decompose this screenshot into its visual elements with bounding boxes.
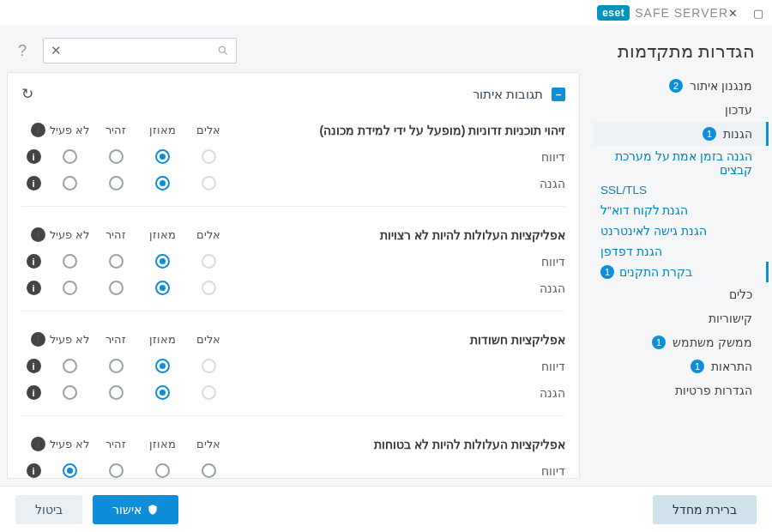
radio-off[interactable] bbox=[63, 254, 77, 269]
sidebar-item-ui[interactable]: ממשק משתמש 1 bbox=[594, 330, 769, 354]
help-icon[interactable]: ? bbox=[14, 42, 31, 59]
radio-balanced[interactable] bbox=[155, 281, 170, 295]
radio-cautious[interactable] bbox=[109, 254, 124, 269]
info-icon[interactable]: i bbox=[27, 463, 41, 478]
row-label: דיווח bbox=[232, 360, 565, 373]
search-box[interactable]: ✕ bbox=[43, 38, 237, 63]
svg-line-1 bbox=[225, 52, 227, 55]
level-header-balanced: מאוזן bbox=[140, 124, 184, 136]
radio-off[interactable] bbox=[63, 385, 77, 400]
clear-icon[interactable]: ✕ bbox=[51, 43, 62, 58]
radio-cautious[interactable] bbox=[109, 359, 124, 373]
maximize-icon[interactable]: ▢ bbox=[753, 7, 763, 20]
radio-cautious[interactable] bbox=[109, 463, 124, 478]
info-icon[interactable]: i bbox=[31, 123, 45, 137]
sidebar-item-protections[interactable]: הגנות 1 bbox=[594, 122, 769, 146]
badge: 2 bbox=[669, 79, 683, 93]
level-header-cautious: זהיר bbox=[93, 228, 138, 241]
radio-off[interactable] bbox=[63, 149, 77, 164]
sidebar-sub-ssl-tls[interactable]: SSL/TLS bbox=[594, 180, 769, 200]
close-icon[interactable]: ✕ bbox=[728, 7, 738, 20]
collapse-icon[interactable]: – bbox=[552, 88, 565, 101]
row-label: דיווח bbox=[232, 464, 565, 478]
radio-balanced[interactable] bbox=[155, 463, 170, 478]
info-icon[interactable]: i bbox=[27, 359, 41, 373]
badge: 1 bbox=[600, 265, 614, 279]
search-input[interactable] bbox=[62, 45, 217, 57]
level-header-off: לא פעיל bbox=[47, 333, 92, 346]
radio-off[interactable] bbox=[63, 359, 77, 373]
sidebar-item-privacy[interactable]: הגדרות פרטיות bbox=[594, 378, 769, 402]
svg-point-0 bbox=[219, 46, 225, 52]
reset-icon[interactable]: ↻ bbox=[21, 85, 33, 103]
setting-group: אפליקציות העלולות להיות לא בטוחותאליםמאו… bbox=[21, 415, 565, 479]
sidebar-item-tools[interactable]: כלים bbox=[594, 282, 769, 306]
sidebar-item-notifications[interactable]: התראות 1 bbox=[594, 354, 769, 378]
default-button[interactable]: ברירת מחדל bbox=[653, 495, 757, 524]
radio-balanced[interactable] bbox=[155, 254, 170, 269]
radio-aggressive[interactable] bbox=[202, 359, 216, 373]
sidebar-sub-email-client[interactable]: הגנת לקוח דוא"ל bbox=[594, 200, 769, 221]
panel-title: תגובות איתור bbox=[473, 87, 543, 102]
setting-row: דיווחi bbox=[21, 254, 565, 269]
info-icon[interactable]: i bbox=[31, 437, 45, 451]
search-row: ? ✕ bbox=[0, 26, 594, 72]
radio-aggressive[interactable] bbox=[202, 281, 216, 295]
info-icon[interactable]: i bbox=[27, 176, 41, 190]
radio-aggressive[interactable] bbox=[202, 463, 216, 478]
level-header-cautious: זהיר bbox=[93, 124, 138, 136]
levels-header: אפליקציות חשודותאליםמאוזןזהירלא פעילi bbox=[21, 332, 565, 347]
sidebar-item-label: עדכון bbox=[725, 103, 752, 117]
level-header-off: לא פעיל bbox=[47, 228, 92, 241]
sidebar-sub-device-control[interactable]: בקרת התקנים 1 bbox=[594, 262, 769, 282]
sidebar-item-detection-engine[interactable]: מנגנון איתור 2 bbox=[594, 74, 769, 98]
eset-logo: eset bbox=[597, 5, 630, 21]
sidebar-sub-realtime-fs[interactable]: הגנה בזמן אמת על מערכת קבצים bbox=[594, 146, 769, 180]
brand: eset SAFE SERVER bbox=[597, 5, 728, 21]
info-icon[interactable]: i bbox=[27, 281, 41, 295]
radio-balanced[interactable] bbox=[155, 149, 170, 164]
radio-cautious[interactable] bbox=[109, 385, 124, 400]
info-icon[interactable]: i bbox=[27, 385, 41, 400]
radio-off[interactable] bbox=[63, 281, 77, 295]
radio-balanced[interactable] bbox=[155, 385, 170, 400]
info-icon[interactable]: i bbox=[31, 227, 45, 242]
radio-balanced[interactable] bbox=[155, 359, 170, 373]
row-label: דיווח bbox=[232, 150, 565, 164]
radio-cautious[interactable] bbox=[109, 149, 124, 164]
radio-cautious[interactable] bbox=[109, 281, 124, 295]
level-header-aggressive: אלים bbox=[186, 438, 231, 450]
sidebar-item-update[interactable]: עדכון bbox=[594, 98, 769, 122]
radio-off[interactable] bbox=[63, 176, 77, 190]
radio-aggressive[interactable] bbox=[202, 149, 216, 164]
row-label: הגנה bbox=[232, 386, 565, 400]
radio-off[interactable] bbox=[63, 463, 77, 478]
radio-aggressive[interactable] bbox=[202, 385, 216, 400]
info-icon[interactable]: i bbox=[27, 254, 41, 269]
level-header-off: לא פעיל bbox=[47, 124, 92, 136]
group-title: אפליקציות חשודות bbox=[232, 333, 565, 347]
level-header-aggressive: אלים bbox=[186, 124, 231, 136]
cancel-button[interactable]: ביטול bbox=[15, 495, 82, 524]
level-header-aggressive: אלים bbox=[186, 228, 231, 241]
radio-aggressive[interactable] bbox=[202, 254, 216, 269]
radio-cautious[interactable] bbox=[109, 176, 124, 190]
setting-row: הגנהi bbox=[21, 281, 565, 295]
sidebar-item-connectivity[interactable]: קישוריות bbox=[594, 306, 769, 330]
sidebar-item-label: ממשק משתמש bbox=[672, 336, 752, 349]
info-icon[interactable]: i bbox=[31, 332, 45, 347]
badge: 1 bbox=[652, 336, 666, 349]
window-titlebar: ✕ ▢ eset SAFE SERVER bbox=[0, 0, 772, 26]
sidebar-sub-web-access[interactable]: הגנת גישה לאינטרנט bbox=[594, 221, 769, 241]
sidebar-sub-browser[interactable]: הגנת דפדפן bbox=[594, 241, 769, 262]
info-icon[interactable]: i bbox=[27, 149, 41, 164]
radio-balanced[interactable] bbox=[155, 176, 170, 190]
ok-button[interactable]: אישור bbox=[93, 495, 178, 524]
setting-row: דיווחi bbox=[21, 149, 565, 164]
levels-header: אפליקציות העלולות להיות לא בטוחותאליםמאו… bbox=[21, 437, 565, 451]
level-header-cautious: זהיר bbox=[93, 333, 138, 346]
row-label: דיווח bbox=[232, 255, 565, 269]
setting-group: אפליקציות חשודותאליםמאוזןזהירלא פעילiדיו… bbox=[21, 311, 565, 415]
radio-aggressive[interactable] bbox=[202, 176, 216, 190]
badge: 1 bbox=[691, 360, 704, 373]
